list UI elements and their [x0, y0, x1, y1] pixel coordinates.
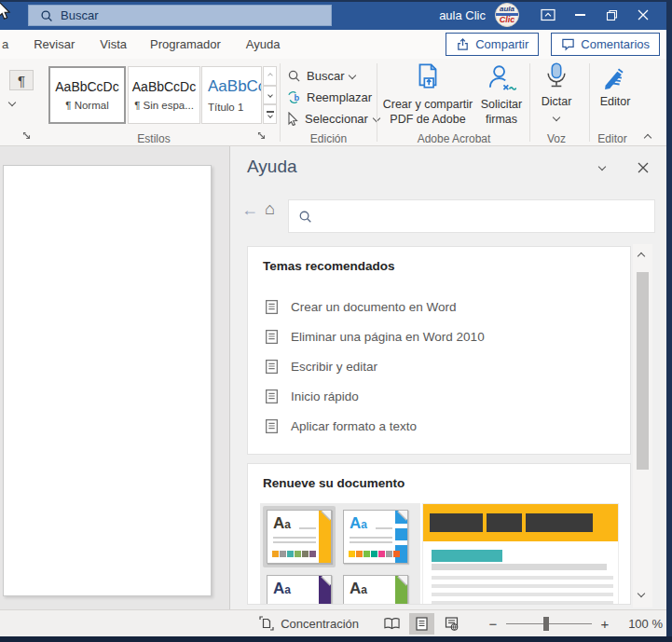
theme-line	[350, 537, 392, 539]
styles-group-label: Estilos	[84, 132, 224, 145]
focus-mode-label: Concentración	[281, 617, 359, 631]
web-layout-button[interactable]	[439, 613, 464, 635]
dictate-button[interactable]: Dictar	[533, 62, 580, 120]
document-page[interactable]	[3, 165, 212, 596]
titlebar-search-box[interactable]: Buscar	[28, 5, 332, 26]
help-pane-close-button[interactable]	[633, 157, 653, 178]
tab-revisar[interactable]: Revisar	[34, 37, 75, 51]
topic-item[interactable]: Crear un documento en Word	[248, 292, 630, 321]
show-paragraph-marks-button[interactable]: ¶	[9, 70, 34, 90]
ribbon-display-options-button[interactable]	[532, 0, 564, 30]
dictate-label: Dictar	[542, 95, 572, 110]
article-icon	[264, 359, 280, 375]
comment-icon	[561, 37, 575, 51]
topic-item[interactable]: Eliminar una página en Word 2010	[248, 321, 630, 351]
style-normal[interactable]: AaBbCcDc ¶ Normal	[48, 66, 126, 124]
group-separator	[529, 63, 530, 142]
zoom-slider-track[interactable]	[506, 623, 592, 624]
recommended-topics-card: Temas recomendados Crear un documento en…	[247, 246, 631, 455]
close-icon	[638, 9, 649, 20]
styles-scroll-down-button[interactable]	[263, 86, 277, 105]
scroll-down-icon[interactable]	[638, 590, 645, 597]
preview-nav-block	[430, 513, 483, 532]
help-home-button[interactable]: ⌂	[265, 199, 275, 219]
zoom-out-button[interactable]: −	[486, 616, 501, 632]
logo-text-bottom: Clic	[500, 16, 515, 24]
zoom-in-button[interactable]: +	[597, 616, 612, 632]
styles-gallery-more-button[interactable]	[263, 104, 277, 124]
tab-vista[interactable]: Vista	[100, 37, 127, 51]
style-heading1[interactable]: AaBbCc Título 1	[201, 66, 262, 124]
search-icon	[40, 9, 53, 22]
refresh-document-heading: Renueve su documento	[263, 476, 405, 490]
theme-thumb-1[interactable]: Aa	[263, 506, 336, 567]
microphone-icon	[544, 62, 569, 92]
collapse-ribbon-icon[interactable]	[644, 134, 651, 142]
word-window: Buscar aula Clic aula Clic a Revisar Vis…	[0, 0, 672, 642]
page-fold	[322, 576, 331, 585]
help-pane-scrollbar[interactable]	[633, 244, 652, 608]
close-button[interactable]	[627, 0, 659, 30]
select-button[interactable]: Seleccionar	[287, 109, 379, 128]
topic-item[interactable]: Inicio rápido	[248, 381, 630, 411]
create-pdf-label-line2: PDF de Adobe	[390, 113, 465, 128]
help-search-box[interactable]	[288, 199, 655, 233]
help-back-button[interactable]: ←	[241, 200, 258, 220]
read-mode-button[interactable]	[379, 613, 405, 635]
theme-thumb-4[interactable]: Aa	[339, 571, 412, 605]
article-icon	[264, 418, 280, 434]
preview-banner	[423, 504, 618, 541]
request-signatures-button[interactable]: Solicitar firmas	[475, 62, 528, 127]
replace-button[interactable]: b Reemplazar	[287, 88, 372, 106]
window-border-right[interactable]	[666, 0, 672, 642]
topic-item[interactable]: Escribir y editar	[248, 351, 630, 381]
preview-text-bar	[432, 564, 607, 570]
request-signatures-label-line2: firmas	[486, 113, 517, 128]
title-bar: Buscar aula Clic aula Clic	[0, 0, 672, 30]
page-fold	[398, 576, 407, 585]
scroll-up-icon[interactable]	[638, 253, 645, 260]
theme-line	[273, 537, 316, 539]
paragraph-dropdown-chevron-icon[interactable]	[8, 99, 16, 106]
zoom-percent[interactable]: 100 %	[624, 617, 663, 631]
topic-item[interactable]: Aplicar formato a texto	[248, 411, 630, 441]
find-button[interactable]: Buscar	[287, 66, 355, 85]
paragraph-dialog-launcher[interactable]	[21, 130, 34, 143]
theme-thumb-2[interactable]: Aa	[339, 506, 412, 567]
create-pdf-button[interactable]: Crear y compartir PDF de Adobe	[380, 62, 475, 127]
theme-thumb-3[interactable]: Aa	[263, 571, 336, 605]
titlebar-controls: aula Clic aula Clic	[439, 0, 659, 30]
print-layout-button[interactable]	[409, 613, 434, 635]
help-pane-menu-chevron-icon[interactable]	[598, 163, 606, 171]
comments-button[interactable]: Comentarios	[551, 33, 660, 56]
svg-text:b: b	[295, 93, 300, 102]
tab-programador[interactable]: Programador	[150, 37, 221, 51]
preview-text-line	[432, 576, 613, 580]
minimize-icon	[575, 14, 585, 16]
request-signatures-icon	[487, 62, 516, 94]
style-no-spacing-name: ¶ Sin espa...	[134, 100, 194, 111]
theme-line	[299, 527, 316, 529]
style-heading1-name: Título 1	[208, 102, 243, 113]
theme-letters: Aa	[273, 514, 291, 533]
styles-scroll-up-button[interactable]	[263, 66, 277, 86]
tab-ayuda[interactable]: Ayuda	[246, 37, 281, 51]
restore-button[interactable]	[596, 0, 627, 30]
tab-fragment[interactable]: a	[2, 37, 8, 51]
focus-mode-button[interactable]: Concentración	[259, 616, 359, 631]
theme-gallery: Aa Aa	[260, 503, 420, 605]
chevron-down-icon	[267, 113, 273, 118]
editor-pen-icon	[601, 62, 629, 92]
share-button[interactable]: Compartir	[446, 33, 539, 56]
editor-group-label: Editor	[587, 132, 638, 145]
style-no-spacing[interactable]: AaBbCcDc ¶ Sin espa...	[128, 66, 200, 124]
account-name[interactable]: aula Clic	[439, 8, 486, 22]
scrollbar-thumb[interactable]	[637, 272, 649, 470]
request-signatures-label-line1: Solicitar	[481, 98, 522, 113]
editor-button[interactable]: Editor	[593, 62, 638, 110]
topic-label: Inicio rápido	[291, 389, 359, 403]
zoom-slider-handle[interactable]	[543, 617, 549, 631]
minimize-button[interactable]	[564, 0, 596, 30]
window-border-bottom[interactable]	[0, 636, 672, 642]
styles-dialog-launcher[interactable]	[255, 130, 268, 143]
